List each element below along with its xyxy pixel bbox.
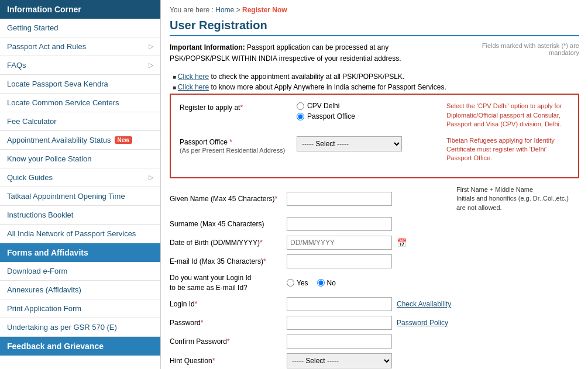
sidebar-item-fee-calculator[interactable]: Fee Calculator	[0, 112, 160, 131]
sidebar-item-ainps[interactable]: All India Network of Passport Services	[0, 225, 160, 243]
chevron-right-icon: ▷	[149, 61, 153, 69]
registration-box: Register to apply at* CPV Delhi Passport…	[170, 94, 579, 178]
confirm-password-input[interactable]	[287, 334, 392, 349]
login-id-input[interactable]	[287, 297, 392, 311]
sidebar-item-know-police-station[interactable]: Know your Police Station	[0, 150, 160, 168]
sidebar-item-annexures[interactable]: Annexures (Affidavits)	[0, 281, 160, 299]
given-name-input[interactable]	[287, 192, 392, 206]
dob-input[interactable]	[287, 236, 392, 250]
radio-yes-input[interactable]	[287, 279, 294, 287]
passport-office-hint: Tibetan Refugees applying for Identity C…	[441, 136, 569, 163]
radio-passport-input[interactable]	[297, 113, 304, 120]
chevron-right-icon: ▷	[149, 43, 153, 50]
confirm-password-row: Confirm Password*	[170, 334, 579, 349]
sidebar-item-label: Instructions Booklet	[7, 211, 73, 219]
sidebar-item-label: Locate Passport Seva Kendra	[7, 80, 108, 88]
sidebar-item-label: Appointment Availability Status	[7, 136, 111, 144]
sidebar-item-label: Fee Calculator	[7, 117, 57, 126]
sidebar-feedback-header: Feedback and Grievance	[0, 337, 160, 356]
click-here-link-2[interactable]: Click here	[178, 83, 209, 91]
email-row: E-mail Id (Max 35 Characters)*	[170, 254, 579, 268]
sidebar-item-label: All India Network of Passport Services	[7, 229, 136, 238]
register-apply-section: Register to apply at* CPV Delhi Passport…	[180, 102, 569, 129]
sidebar-item-label: Download e-Form	[7, 267, 67, 275]
given-name-row: Given Name (Max 45 Characters)* First Na…	[170, 185, 579, 212]
sidebar-item-label: Passport Act and Rules	[7, 42, 86, 51]
login-same-email-label: Do you want your Login Idto be same as E…	[170, 273, 287, 293]
password-label: Password*	[170, 319, 287, 327]
radio-passport-office[interactable]: Passport Office	[297, 112, 355, 120]
new-badge: New	[115, 136, 133, 144]
breadcrumb: You are here : Home > Register Now	[170, 6, 579, 14]
breadcrumb-home[interactable]: Home	[215, 6, 234, 14]
sidebar-item-download-eform[interactable]: Download e-Form	[0, 262, 160, 281]
dob-row: Date of Birth (DD/MM/YYYY)* 📅	[170, 236, 579, 250]
given-name-label: Given Name (Max 45 Characters)*	[170, 195, 287, 203]
calendar-icon[interactable]: 📅	[397, 238, 407, 247]
sidebar-item-label: Quick Guides	[7, 173, 53, 182]
given-name-hint: First Name + Middle NameInitials and hon…	[451, 185, 579, 212]
passport-office-sublabel: (As per Present Residential Address)	[180, 147, 285, 154]
info-link-1: Click here to check the appointment avai…	[173, 73, 579, 81]
sidebar-item-print-application[interactable]: Print Application Form	[0, 299, 160, 318]
page-title: User Registration	[170, 19, 579, 36]
surname-input[interactable]	[287, 217, 392, 231]
email-input[interactable]	[287, 254, 392, 268]
hint-question-select[interactable]: ----- Select -----	[287, 353, 392, 368]
password-input[interactable]	[287, 316, 392, 330]
sidebar-item-label: Print Application Form	[7, 304, 81, 313]
radio-cpv-delhi[interactable]: CPV Delhi	[297, 102, 355, 110]
check-availability-link[interactable]: Check Availability	[397, 300, 451, 308]
sidebar-info-header: Information Corner	[0, 0, 160, 19]
link2-desc: to know more about Apply Anywhere in Ind…	[211, 83, 446, 91]
yes-label: Yes	[297, 279, 308, 287]
important-label: Important Information:	[170, 43, 245, 51]
sidebar-item-locate-service-centers[interactable]: Locate Common Service Centers	[0, 94, 160, 112]
dob-label: Date of Birth (DD/MM/YYYY)*	[170, 239, 287, 247]
sidebar-item-passport-act[interactable]: Passport Act and Rules ▷	[0, 37, 160, 56]
radio-no-input[interactable]	[317, 279, 325, 287]
info-link-2: Click here to know more about Apply Anyw…	[173, 83, 579, 91]
surname-row: Surname (Max 45 Characters)	[170, 217, 579, 231]
sidebar-item-label: Locate Common Service Centers	[7, 98, 119, 107]
hint-question-input-area: ----- Select -----	[287, 353, 451, 368]
sidebar-item-quick-guides[interactable]: Quick Guides ▷	[0, 168, 160, 187]
register-apply-controls: CPV Delhi Passport Office	[297, 102, 441, 120]
main-content: You are here : Home > Register Now User …	[161, 0, 588, 369]
sidebar-item-getting-started[interactable]: Getting Started	[0, 19, 160, 37]
email-label: E-mail Id (Max 35 Characters)*	[170, 257, 287, 265]
info-links: Click here to check the appointment avai…	[170, 73, 579, 91]
login-id-row: Login Id* Check Availability	[170, 297, 579, 311]
password-input-area: Password Policy	[287, 316, 451, 330]
link1-desc: to check the appointment availability at…	[211, 73, 405, 81]
breadcrumb-current: Register Now	[242, 6, 287, 14]
radio-cpv-input[interactable]	[297, 102, 304, 110]
sidebar-item-faqs[interactable]: FAQs ▷	[0, 56, 160, 75]
sidebar-item-appointment-status[interactable]: Appointment Availability Status New	[0, 131, 160, 150]
login-id-input-area: Check Availability	[287, 297, 451, 311]
important-info: Important Information: Passport applicat…	[170, 42, 451, 64]
sidebar: Information Corner Getting Started Passp…	[0, 0, 161, 369]
passport-office-controls: ----- Select -----	[297, 136, 441, 151]
email-input-area	[287, 254, 451, 268]
hint-question-row: Hint Question* ----- Select -----	[170, 353, 579, 368]
sidebar-item-undertaking[interactable]: Undertaking as per GSR 570 (E)	[0, 318, 160, 337]
dob-input-area: 📅	[287, 236, 451, 250]
sidebar-item-tatkaal-time[interactable]: Tatkaal Appointment Opening Time	[0, 187, 160, 206]
register-radio-group: CPV Delhi Passport Office	[297, 102, 355, 120]
sidebar-item-label: Annexures (Affidavits)	[7, 285, 81, 294]
sidebar-item-instructions-booklet[interactable]: Instructions Booklet	[0, 206, 160, 225]
chevron-right-icon: ▷	[149, 174, 153, 181]
mandatory-note: Fields marked with asterisk (*) are mand…	[451, 42, 579, 56]
click-here-link-1[interactable]: Click here	[178, 73, 209, 81]
passport-office-section: Passport Office * (As per Present Reside…	[180, 136, 569, 163]
sidebar-item-label: Undertaking as per GSR 570 (E)	[7, 323, 117, 332]
passport-office-select[interactable]: ----- Select -----	[297, 136, 402, 151]
radio-passport-label: Passport Office	[307, 112, 355, 120]
radio-yes[interactable]: Yes	[287, 279, 308, 287]
no-label: No	[327, 279, 336, 287]
password-policy-link[interactable]: Password Policy	[397, 319, 448, 327]
sidebar-item-locate-seva-kendra[interactable]: Locate Passport Seva Kendra	[0, 75, 160, 94]
passport-office-label: Passport Office * (As per Present Reside…	[180, 136, 297, 154]
radio-no[interactable]: No	[317, 279, 336, 287]
